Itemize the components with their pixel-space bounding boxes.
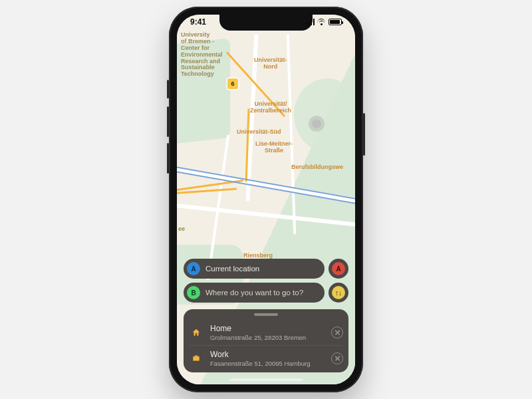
favorite-row[interactable]: Home Grolmanstraße 25, 28203 Bremen <box>189 320 343 345</box>
sheet-grabber[interactable] <box>254 313 278 316</box>
favorite-address: Grolmanstraße 25, 28203 Bremen <box>210 334 325 341</box>
route-panel: A Current location B Where do you want t… <box>184 259 348 372</box>
favorite-title: Work <box>210 350 325 359</box>
cellular-icon <box>305 19 315 25</box>
poi-label: ee <box>178 226 185 233</box>
briefcase-icon <box>189 351 203 366</box>
phone-frame: 9:41 6 Univer <box>169 7 363 392</box>
favorite-address: Fasanenstraße 51, 20095 Hamburg <box>210 360 325 367</box>
route-shield-icon: 6 <box>227 78 238 89</box>
screen: 9:41 6 Univer <box>177 15 355 384</box>
poi-label: Universität-Süd <box>237 129 281 136</box>
battery-icon <box>329 19 342 25</box>
from-label: Current location <box>205 265 259 273</box>
remove-favorite-button[interactable] <box>331 352 343 364</box>
power-button <box>363 113 365 156</box>
favorite-row[interactable]: Work Fasanenstraße 51, 20095 Hamburg <box>189 345 343 371</box>
route-inputs: A Current location B Where do you want t… <box>184 259 348 303</box>
remove-favorite-button[interactable] <box>331 327 343 338</box>
status-right <box>305 19 342 25</box>
to-placeholder: Where do you want to go to? <box>205 289 303 297</box>
status-bar: 9:41 <box>177 17 355 27</box>
badge-b-icon: B <box>187 286 200 299</box>
badge-a-icon: A <box>187 262 200 275</box>
poi-label: Berufsbildungswe <box>291 164 343 171</box>
poi-label: University of Bremen - Center for Enviro… <box>181 32 233 78</box>
current-location-marker[interactable] <box>309 116 325 132</box>
home-indicator[interactable] <box>229 378 303 381</box>
swap-icon: ↑↓ <box>332 286 345 299</box>
status-time: 9:41 <box>190 17 206 27</box>
wifi-icon <box>317 19 326 25</box>
from-field[interactable]: A Current location <box>184 259 325 279</box>
mute-switch <box>167 80 169 98</box>
home-icon <box>189 325 203 340</box>
to-field[interactable]: B Where do you want to go to? <box>184 283 325 303</box>
map-greenspace <box>294 78 355 152</box>
swap-route-button[interactable]: ↑↓ <box>329 283 348 303</box>
poi-label: Universität- Nord <box>254 57 287 70</box>
favorite-title: Home <box>210 324 325 333</box>
clear-from-button[interactable]: A <box>329 259 348 279</box>
favorites-card: Home Grolmanstraße 25, 28203 Bremen Work… <box>184 309 348 372</box>
volume-down <box>167 143 169 174</box>
poi-label: Universität/ Zentralbereich <box>250 101 291 114</box>
poi-label: Riensberg <box>243 253 273 259</box>
badge-a-icon: A <box>332 262 345 275</box>
volume-up <box>167 106 169 137</box>
poi-label: Lise-Meitner- Straße <box>255 141 293 154</box>
